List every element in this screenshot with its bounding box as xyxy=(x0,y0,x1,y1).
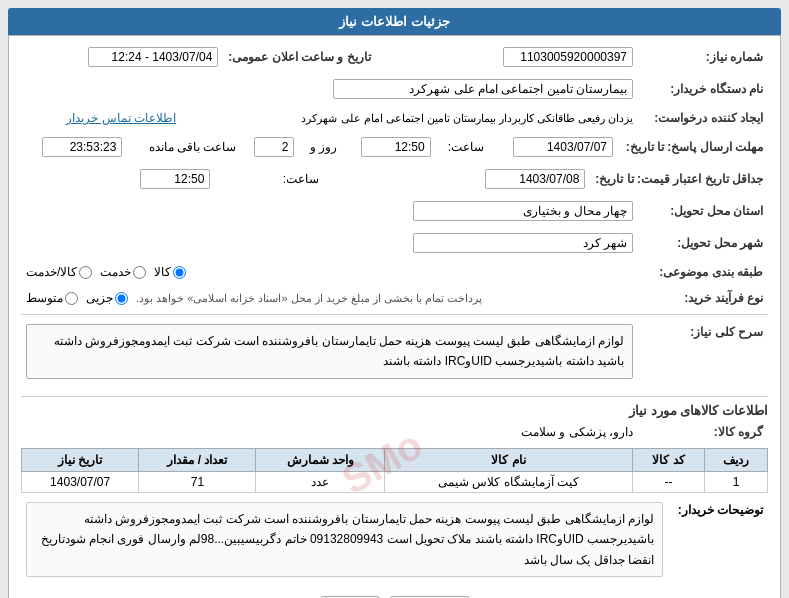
noe-farayand-label: نوع فرآیند خرید: xyxy=(638,288,768,308)
mohlat-date-input[interactable] xyxy=(513,137,613,157)
nam-dastgah-label: نام دستگاه خریدار: xyxy=(638,76,768,102)
group-kala-value: دارو، پزشکی و سلامت xyxy=(21,422,638,442)
tozihat-label: توضیحات خریدار: xyxy=(668,499,768,588)
jadval-saat-input[interactable] xyxy=(140,169,210,189)
col-tarikh: تاریخ نیاز xyxy=(22,448,139,471)
col-kod: کد کالا xyxy=(632,448,705,471)
col-nam: نام کالا xyxy=(385,448,632,471)
radio-kala[interactable]: کالا xyxy=(154,265,186,279)
kala-table: ردیف کد کالا نام کالا واحد شمارش تعداد /… xyxy=(21,448,768,493)
noe-text: پرداخت تمام با بخشی از مبلغ خرید از محل … xyxy=(136,292,482,305)
ostan-label: استان محل تحویل: xyxy=(638,198,768,224)
page-header: جزئیات اطلاعات نیاز xyxy=(8,8,781,35)
shahr-label: شهر محل تحویل: xyxy=(638,230,768,256)
radio-khadamat[interactable]: خدمت xyxy=(100,265,146,279)
col-vahed: واحد شمارش xyxy=(256,448,385,471)
ettelaat-kala-title: اطلاعات کالاهای مورد نیاز xyxy=(21,403,768,418)
mohlat-label: مهلت ارسال پاسخ: تا تاریخ: xyxy=(618,134,768,160)
col-radif: ردیف xyxy=(705,448,768,471)
table-row: 1--کیت آزمایشگاه کلاس شیمیعدد711403/07/0… xyxy=(22,471,768,492)
mohlat-mande-input[interactable] xyxy=(42,137,122,157)
ijad-konande-label: ایجاد کننده درخواست: xyxy=(638,108,768,128)
shemare-niaz-label: شماره نیاز: xyxy=(638,44,768,70)
sareh-box: لوازم ازمایشگاهی طبق لیست پیوست هزینه حم… xyxy=(26,324,633,379)
col-tedad: تعداد / مقدار xyxy=(139,448,256,471)
mohlat-saat-mande-label: ساعت باقی مانده xyxy=(127,134,240,160)
tozihat-box: لوازم ازمایشگاهی طبق لیست پیوست هزینه حم… xyxy=(26,502,663,577)
nam-dastgah-input[interactable] xyxy=(333,79,633,99)
mohlat-saat-input[interactable] xyxy=(361,137,431,157)
tarikh-input[interactable] xyxy=(88,47,218,67)
jadval-label: جداقل تاریخ اعتبار قیمت: تا تاریخ: xyxy=(590,166,768,192)
sareh-label: سرح کلی نیاز: xyxy=(638,321,768,390)
shemare-niaz-input[interactable] xyxy=(503,47,633,67)
jadval-saat-label: ساعت: xyxy=(215,166,323,192)
ostan-input[interactable] xyxy=(413,201,633,221)
tabagheh-label: طبقه بندی موضوعی: xyxy=(638,262,768,282)
group-kala-label: گروه کالا: xyxy=(638,422,768,442)
ijad-konande-value: یزدان رفیعی طاقانکی کاربردار بیمارستان ت… xyxy=(301,112,633,124)
radio-kala-khadamat[interactable]: کالا/خدمت xyxy=(26,265,92,279)
radio-motavaset[interactable]: متوسط xyxy=(26,291,78,305)
shahr-input[interactable] xyxy=(413,233,633,253)
mohlat-rooz-label: روز و xyxy=(299,134,341,160)
radio-jozee[interactable]: جزیی xyxy=(86,291,128,305)
page-title: جزئیات اطلاعات نیاز xyxy=(339,14,449,29)
mohlat-saat-label: ساعت: xyxy=(436,134,488,160)
mohlat-rooz-input[interactable] xyxy=(254,137,294,157)
tarikh-label: تاریخ و ساعت اعلان عمومی: xyxy=(223,44,375,70)
jadval-date-input[interactable] xyxy=(485,169,585,189)
ettelaat-tamas-link[interactable]: اطلاعات تماس خریدار xyxy=(66,111,176,125)
